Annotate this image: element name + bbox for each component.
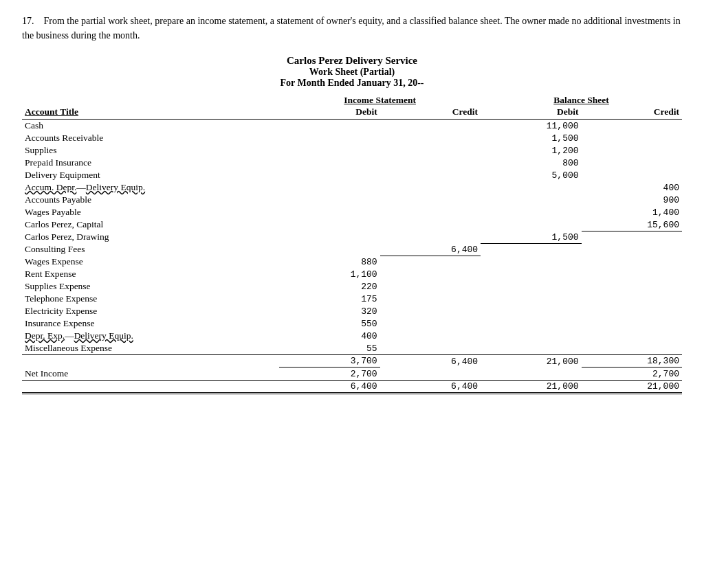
bs-debit-cell (481, 218, 581, 231)
table-row: Wages Expense880 (22, 256, 682, 268)
is-debit-cell: 1,100 (279, 268, 380, 280)
account-title-col-header: Account Title (22, 106, 279, 120)
account-name-cell: Rent Expense (22, 268, 279, 280)
is-debit-cell (279, 157, 380, 169)
net-income-bs-credit: 2,700 (582, 368, 682, 381)
question-body: From the partial work sheet, prepare an … (22, 16, 681, 41)
is-credit-cell (380, 157, 481, 169)
bs-debit-cell (481, 342, 581, 355)
bs-debit-cell (481, 194, 581, 206)
is-credit-cell (380, 305, 481, 317)
bs-debit-cell: 1,500 (481, 231, 581, 243)
is-debit-cell (279, 194, 380, 206)
bs-credit-cell (582, 231, 682, 243)
subtotal-label (22, 355, 279, 368)
net-income-is-debit: 2,700 (279, 368, 380, 381)
account-name-cell: Miscellaneous Expense (22, 342, 279, 355)
is-debit-cell (279, 144, 380, 157)
bs-credit-cell (582, 243, 682, 256)
is-credit-cell (380, 342, 481, 355)
is-credit-cell (380, 120, 481, 133)
account-title-header-cell (22, 94, 279, 106)
bs-debit-cell (481, 305, 581, 317)
bs-credit-cell (582, 268, 682, 280)
is-debit-cell (279, 181, 380, 194)
account-name-cell: Supplies (22, 144, 279, 157)
work-sheet-table: Income Statement Balance Sheet Account T… (22, 94, 682, 394)
bs-debit-cell (481, 280, 581, 293)
date-line: For Month Ended January 31, 20-- (22, 78, 682, 89)
subtotal-is-credit: 6,400 (380, 355, 481, 368)
table-row: Telephone Expense175 (22, 293, 682, 305)
is-credit-cell (380, 144, 481, 157)
account-name-cell: Insurance Expense (22, 317, 279, 330)
bs-credit-col-header: Credit (582, 106, 682, 120)
is-debit-cell: 220 (279, 280, 380, 293)
section-header-row: Income Statement Balance Sheet (22, 94, 682, 106)
account-name-cell: Accum. Depr.—Delivery Equip. (22, 181, 279, 194)
bs-credit-cell (582, 120, 682, 133)
table-row: Accum. Depr.—Delivery Equip.400 (22, 181, 682, 194)
table-row: Carlos Perez, Capital15,600 (22, 218, 682, 231)
final-total-bs-debit: 21,000 (481, 380, 581, 393)
bs-credit-cell (582, 330, 682, 342)
is-debit-cell (279, 206, 380, 218)
is-credit-cell (380, 194, 481, 206)
net-income-row: Net Income 2,700 2,700 (22, 368, 682, 381)
account-name-cell: Supplies Expense (22, 280, 279, 293)
bs-credit-cell (582, 144, 682, 157)
bs-debit-cell (481, 293, 581, 305)
is-debit-cell: 880 (279, 256, 380, 268)
final-total-label (22, 380, 279, 393)
account-name-cell: Electricity Expense (22, 305, 279, 317)
bs-credit-cell (582, 293, 682, 305)
account-name-cell: Cash (22, 120, 279, 133)
table-row: Depr. Exp.—Delivery Equip.400 (22, 330, 682, 342)
income-statement-header: Income Statement (279, 94, 481, 106)
bs-debit-cell: 11,000 (481, 120, 581, 133)
table-row: Delivery Equipment5,000 (22, 169, 682, 181)
is-credit-cell (380, 181, 481, 194)
bs-credit-cell (582, 317, 682, 330)
table-row: Accounts Payable900 (22, 194, 682, 206)
bs-credit-cell (582, 169, 682, 181)
bs-credit-cell: 900 (582, 194, 682, 206)
table-row: Carlos Perez, Drawing1,500 (22, 231, 682, 243)
account-name-cell: Carlos Perez, Capital (22, 218, 279, 231)
worksheet-container: 17. From the partial work sheet, prepare… (22, 14, 682, 394)
table-row: Accounts Receivable1,500 (22, 132, 682, 144)
account-name-cell: Delivery Equipment (22, 169, 279, 181)
bs-credit-cell (582, 280, 682, 293)
is-credit-cell (380, 280, 481, 293)
bs-debit-cell (481, 268, 581, 280)
question-number: 17. (22, 16, 34, 26)
subtotal-bs-debit: 21,000 (481, 355, 581, 368)
is-credit-cell (380, 256, 481, 268)
account-name-cell: Consulting Fees (22, 243, 279, 256)
is-debit-cell (279, 231, 380, 243)
question-text: 17. From the partial work sheet, prepare… (22, 14, 682, 43)
net-income-is-credit (380, 368, 481, 381)
bs-debit-col-header: Debit (481, 106, 581, 120)
is-debit-cell: 550 (279, 317, 380, 330)
is-credit-cell: 6,400 (380, 243, 481, 256)
company-name: Carlos Perez Delivery Service (22, 55, 682, 67)
account-name-cell: Telephone Expense (22, 293, 279, 305)
bs-credit-cell: 15,600 (582, 218, 682, 231)
bs-debit-cell (481, 181, 581, 194)
bs-debit-cell (481, 243, 581, 256)
is-debit-cell: 55 (279, 342, 380, 355)
table-row: Miscellaneous Expense55 (22, 342, 682, 355)
bs-debit-cell (481, 317, 581, 330)
account-name-cell: Accounts Payable (22, 194, 279, 206)
bs-credit-cell: 1,400 (582, 206, 682, 218)
debit-credit-header-row: Account Title Debit Credit Debit Credit (22, 106, 682, 120)
bs-debit-cell: 1,500 (481, 132, 581, 144)
table-row: Supplies Expense220 (22, 280, 682, 293)
bs-credit-cell (582, 305, 682, 317)
net-income-label: Net Income (22, 368, 279, 381)
is-credit-cell (380, 206, 481, 218)
bs-debit-cell: 800 (481, 157, 581, 169)
account-name-cell: Wages Payable (22, 206, 279, 218)
is-debit-cell (279, 243, 380, 256)
